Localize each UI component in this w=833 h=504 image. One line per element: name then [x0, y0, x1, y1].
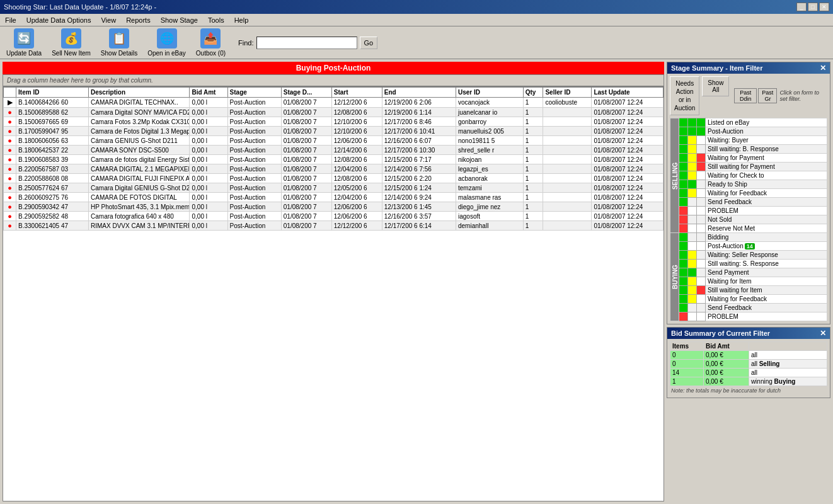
table-row[interactable]: ● B.2900592582 48 Camara fotografica 640…: [4, 212, 664, 221]
selling-stage-row[interactable]: Not Sold: [670, 215, 827, 224]
buying-stage-row-label[interactable]: Send Payment: [706, 268, 827, 277]
col-end[interactable]: End: [382, 88, 456, 98]
bid-panel-close[interactable]: ✕: [820, 329, 826, 338]
buying-stage-row[interactable]: Waiting: Seller Response: [670, 251, 827, 260]
menu-update-data-options[interactable]: Update Data Options: [24, 16, 94, 25]
restore-button[interactable]: □: [808, 3, 818, 11]
table-row[interactable]: ● B.1800642537 22 CAMARA SONY DSC-S500 0…: [4, 146, 664, 155]
stage-row-label[interactable]: Reserve Not Met: [706, 224, 827, 233]
needs-action-button[interactable]: Needs Action or in Auction: [670, 76, 699, 115]
stage-row-label[interactable]: PROBLEM: [706, 207, 827, 215]
buying-stage-row-label[interactable]: Waiting for Item: [706, 277, 827, 286]
table-row[interactable]: ● B.1500689588 62 Camara Digital SONY MA…: [4, 108, 664, 117]
row-last-update: 01/08/2007 12:24: [592, 146, 664, 155]
buying-stage-row-label[interactable]: Waiting for Feedback: [706, 295, 827, 304]
table-row[interactable]: ● B.1900608583 39 Camara de fotos digita…: [4, 155, 664, 164]
col-item-id[interactable]: Item ID: [16, 88, 89, 98]
menu-reports[interactable]: Reports: [124, 16, 153, 25]
stage-row-label[interactable]: Waiting: Buyer: [706, 136, 827, 145]
selling-stage-row[interactable]: Send Feedback: [670, 198, 827, 207]
find-input[interactable]: [256, 37, 357, 49]
selling-stage-row[interactable]: Waiting for Check to: [670, 171, 827, 180]
selling-stage-row[interactable]: PROBLEM: [670, 207, 827, 215]
buying-stage-row-label[interactable]: Post-Auction14: [706, 242, 827, 251]
open-in-ebay-button[interactable]: 🌐 Open in eBay: [145, 27, 188, 58]
buying-stage-row[interactable]: Send Feedback: [670, 304, 827, 312]
row-item-id: B.2900592582 48: [16, 212, 89, 221]
stage-row-label[interactable]: Still waiting: B. Response: [706, 145, 827, 154]
buying-stage-row[interactable]: Waiting for Feedback: [670, 295, 827, 304]
buying-stage-row[interactable]: Send Payment: [670, 268, 827, 277]
table-row[interactable]: ● B.2900590342 47 HP PhotoSmart 435, 3.1…: [4, 202, 664, 212]
selling-stage-row[interactable]: Reserve Not Met: [670, 224, 827, 233]
update-data-button[interactable]: 🔄 Update Data: [4, 27, 44, 58]
stage-row-label[interactable]: Still waiting for Payment: [706, 163, 827, 171]
stage-row-label[interactable]: Post-Auction: [706, 127, 827, 136]
buying-stage-row-label[interactable]: PROBLEM: [706, 312, 827, 321]
menu-tools[interactable]: Tools: [205, 16, 227, 25]
col-user-id[interactable]: User ID: [456, 88, 524, 98]
buying-stage-row-label[interactable]: Bidding: [706, 233, 827, 242]
table-row[interactable]: ● B.3300621405 47 RIMAX DVVX CAM 3.1 MP/…: [4, 221, 664, 231]
table-row[interactable]: ● B.1800606056 63 Cámara GENIUS G-Shot D…: [4, 136, 664, 146]
menu-file[interactable]: File: [3, 16, 19, 25]
color-cell-0: [679, 145, 688, 154]
table-row[interactable]: ● B.2600609275 76 CAMARA DE FOTOS DIGITA…: [4, 193, 664, 202]
row-indicator: ●: [4, 221, 16, 231]
col-seller-id[interactable]: Seller ID: [543, 88, 592, 98]
color-cell-0: [679, 215, 688, 224]
menu-view[interactable]: View: [98, 16, 118, 25]
selling-stage-row[interactable]: Still waiting for Payment: [670, 163, 827, 171]
col-bid-amt[interactable]: Bid Amt: [190, 88, 227, 98]
row-start: 12/08/200 6: [331, 155, 382, 164]
selling-stage-row[interactable]: Waiting for Feedback: [670, 189, 827, 198]
selling-stage-row[interactable]: Waiting: Buyer: [670, 136, 827, 145]
table-row[interactable]: ● B.2200588608 08 CAMARA DIGITAL FUJI FI…: [4, 174, 664, 183]
table-row[interactable]: ● B.2200567587 03 CAMARA DIGITAL 2.1 MEG…: [4, 164, 664, 174]
col-stage-d[interactable]: Stage D...: [281, 88, 331, 98]
menu-show-stage[interactable]: Show Stage: [158, 16, 200, 25]
sell-new-item-button[interactable]: 💰 Sell New Item: [49, 27, 93, 58]
stage-row-label[interactable]: Not Sold: [706, 215, 827, 224]
col-qty[interactable]: Qty: [523, 88, 543, 98]
stage-row-label[interactable]: Waiting for Check to: [706, 171, 827, 180]
outbox-button[interactable]: 📤 Outbox (0): [193, 27, 228, 58]
window-controls[interactable]: _ □ ✕: [796, 3, 829, 11]
selling-stage-row[interactable]: Post-Auction: [670, 127, 827, 136]
col-description[interactable]: Description: [89, 88, 190, 98]
buying-stage-row-label[interactable]: Send Feedback: [706, 304, 827, 312]
buying-stage-row[interactable]: PROBLEM: [670, 312, 827, 321]
col-start[interactable]: Start: [331, 88, 382, 98]
row-stage: Post-Auction: [227, 155, 281, 164]
show-details-button[interactable]: 📋 Show Details: [98, 27, 140, 58]
stage-panel-close[interactable]: ✕: [820, 64, 826, 72]
buying-stage-row-label[interactable]: Waiting: Seller Response: [706, 251, 827, 260]
selling-stage-row[interactable]: Still waiting: B. Response: [670, 145, 827, 154]
buying-stage-row[interactable]: Post-Auction14: [670, 242, 827, 251]
stage-row-label[interactable]: Listed on eBay: [706, 118, 827, 127]
menu-help[interactable]: Help: [232, 16, 251, 25]
col-last-update[interactable]: Last Update: [592, 88, 664, 98]
stage-row-label[interactable]: Waiting for Payment: [706, 154, 827, 163]
row-indicator: ●: [4, 183, 16, 193]
buying-stage-row-label[interactable]: Still waiting: S. Response: [706, 260, 827, 268]
buying-stage-row[interactable]: Waiting for Item: [670, 277, 827, 286]
buying-stage-row[interactable]: Still waiting for Item: [670, 286, 827, 295]
table-row[interactable]: ● B.2500577624 67 Camara Digital GENIUS …: [4, 183, 664, 193]
close-button[interactable]: ✕: [819, 3, 829, 11]
selling-stage-row[interactable]: Waiting for Payment: [670, 154, 827, 163]
minimize-button[interactable]: _: [796, 3, 807, 11]
stage-row-label[interactable]: Ready to Ship: [706, 180, 827, 189]
selling-stage-row[interactable]: Ready to Ship: [670, 180, 827, 189]
data-table[interactable]: Item ID Description Bid Amt Stage Stage …: [3, 86, 664, 501]
col-stage[interactable]: Stage: [227, 88, 281, 98]
table-row[interactable]: ● B.1700599047 95 Camara de Fotos Digita…: [4, 127, 664, 136]
show-all-button[interactable]: Show All: [702, 76, 729, 96]
stage-row-label[interactable]: Waiting for Feedback: [706, 189, 827, 198]
stage-row-label[interactable]: Send Feedback: [706, 198, 827, 207]
go-button[interactable]: Go: [360, 37, 378, 49]
buying-stage-row[interactable]: Still waiting: S. Response: [670, 260, 827, 268]
buying-stage-row-label[interactable]: Still waiting for Item: [706, 286, 827, 295]
table-row[interactable]: ● B.1500697665 69 Camara Fotos 3.2Mp Kod…: [4, 117, 664, 127]
table-row[interactable]: ▶ B.1400684266 60 CAMARA DIGITAL TECHNAX…: [4, 98, 664, 108]
